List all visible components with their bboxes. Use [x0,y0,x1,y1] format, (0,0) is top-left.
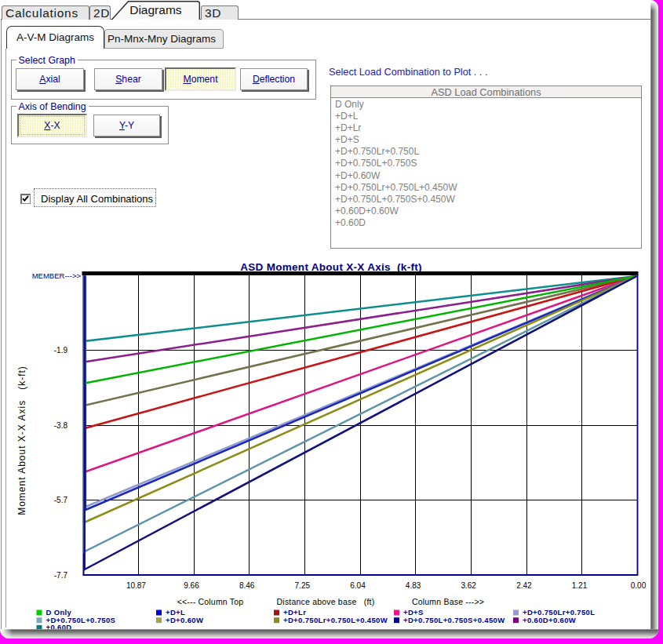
svg-text:9.66: 9.66 [184,581,199,590]
svg-text:6.04: 6.04 [350,581,366,590]
svg-text:10.87: 10.87 [126,581,146,590]
svg-text:MEMBER--->>: MEMBER--->> [32,271,82,280]
svg-text:1.21: 1.21 [572,581,588,590]
svg-text:+D+0.750L+0.750S+0.450W: +D+0.750L+0.750S+0.450W [403,616,505,624]
svg-text:+D+0.60W: +D+0.60W [166,616,203,624]
svg-text:2.42: 2.42 [516,581,532,590]
svg-text:Diagrams: Diagrams [129,3,182,16]
svg-text:Moment About X-X Axis (k-ft): Moment About X-X Axis (k-ft) [16,366,27,515]
svg-text:<<--- Column Top: <<--- Column Top [177,597,244,606]
svg-text:7.25: 7.25 [295,581,311,590]
svg-text:-1.9: -1.9 [54,346,68,355]
svg-text:+D+0.750Lr+0.750L+0.450W: +D+0.750Lr+0.750L+0.450W [283,616,388,624]
svg-text:Column Base --->>: Column Base --->> [412,597,484,606]
svg-text:Distance above base (ft): Distance above base (ft) [277,597,375,606]
svg-text:-3.8: -3.8 [54,421,68,430]
svg-text:3.62: 3.62 [461,581,476,590]
svg-text:-7.7: -7.7 [54,571,68,580]
svg-text:+0.60D+0.60W: +0.60D+0.60W [523,616,576,624]
svg-text:0.00: 0.00 [631,581,647,590]
svg-text:ASD Moment About X-X Axis (k-: ASD Moment About X-X Axis (k-ft) [240,261,422,273]
svg-text:-5.7: -5.7 [54,496,68,504]
svg-text:4.83: 4.83 [406,581,421,590]
svg-text:8.46: 8.46 [239,581,255,590]
